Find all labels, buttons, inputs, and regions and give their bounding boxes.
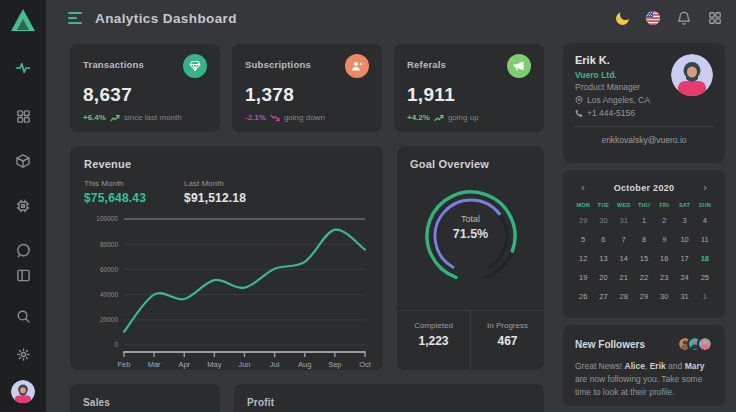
calendar-day[interactable]: 24 [674, 270, 694, 289]
profile-role: Product Manager [575, 82, 650, 92]
calendar-day[interactable]: 22 [634, 270, 654, 289]
gauge-center-label: Total [416, 214, 526, 224]
location-pin-icon [575, 96, 583, 105]
calendar-prev-button[interactable]: ‹ [573, 182, 593, 193]
svg-text:Oct: Oct [359, 360, 372, 369]
sidebar-item-panels[interactable] [8, 263, 38, 288]
divider [573, 126, 715, 127]
revenue-card: Revenue This Month $75,648.43 Last Month… [70, 146, 383, 370]
calendar-day[interactable]: 5 [573, 232, 593, 251]
profile-location: Los Angeles, CA [587, 95, 650, 105]
new-followers-card: New Followers Great News! Alice, Erik an… [563, 325, 725, 406]
calendar-day[interactable]: 28 [614, 289, 634, 308]
calendar-day[interactable]: 3 [674, 213, 694, 232]
follower-avatars [677, 336, 713, 352]
menu-toggle-icon[interactable] [68, 12, 82, 24]
sidebar-item-activity[interactable] [8, 56, 38, 81]
sidebar [0, 0, 46, 412]
calendar-day[interactable]: 6 [593, 232, 613, 251]
revenue-title: Revenue [84, 158, 371, 170]
in-progress-value: 467 [471, 334, 544, 348]
profile-email[interactable]: erikkovalsky@vuero.io [575, 135, 713, 145]
language-selector[interactable] [646, 11, 660, 25]
calendar-day[interactable]: 31 [674, 289, 694, 308]
gem-icon [183, 54, 207, 78]
search-icon [16, 309, 31, 324]
calendar-day-header: WED [614, 202, 634, 213]
calendar-day[interactable]: 19 [573, 270, 593, 289]
sidebar-user-avatar[interactable] [11, 380, 35, 403]
last-month-label: Last Month [184, 179, 246, 188]
calendar-day[interactable]: 20 [593, 270, 613, 289]
calendar-day[interactable]: 8 [634, 232, 654, 251]
stat-delta: +4.2% [407, 113, 430, 122]
megaphone-icon [507, 54, 531, 78]
stat-value: 1,378 [245, 84, 369, 106]
calendar-day[interactable]: 13 [593, 251, 613, 270]
grid-icon [16, 109, 31, 124]
calendar-day[interactable]: 30 [654, 289, 674, 308]
user-plus-icon [345, 54, 369, 78]
calendar-day[interactable]: 7 [614, 232, 634, 251]
calendar-day[interactable]: 25 [695, 270, 715, 289]
calendar-day[interactable]: 29 [573, 213, 593, 232]
calendar-day[interactable]: 21 [614, 270, 634, 289]
phone-icon [575, 109, 583, 117]
calendar-day[interactable]: 4 [695, 213, 715, 232]
sidebar-item-messages[interactable] [8, 238, 38, 263]
calendar-day[interactable]: 12 [573, 251, 593, 270]
this-month-label: This Month [84, 179, 146, 188]
calendar-day[interactable]: 1 [695, 289, 715, 308]
calendar-day[interactable]: 27 [593, 289, 613, 308]
calendar-day-header: THU [634, 202, 654, 213]
calendar-day[interactable]: 11 [695, 232, 715, 251]
goal-title: Goal Overview [397, 158, 544, 170]
logo-triangle-icon [10, 8, 36, 32]
calendar-day[interactable]: 14 [614, 251, 634, 270]
svg-text:Sep: Sep [328, 360, 341, 369]
calendar-card: ‹ October 2020 › MONTUEWEDTHUFRISATSUN29… [563, 170, 725, 318]
stat-card-subscriptions: Subscriptions 1,378 -2.1% going down [232, 44, 382, 132]
calendar-day[interactable]: 16 [654, 251, 674, 270]
svg-text:Aug: Aug [298, 360, 311, 369]
sidebar-item-projects[interactable] [8, 149, 38, 174]
app-logo[interactable] [8, 7, 38, 34]
calendar-day[interactable]: 29 [634, 289, 654, 308]
calendar-day-header: TUE [593, 202, 613, 213]
apps-launcher-button[interactable] [708, 11, 722, 25]
calendar-day[interactable]: 30 [593, 213, 613, 232]
calendar-day[interactable]: 31 [614, 213, 634, 232]
svg-text:100000: 100000 [96, 215, 118, 222]
follower-avatar[interactable] [697, 336, 713, 352]
sidebar-item-dashboards[interactable] [8, 104, 38, 129]
goal-overview-card: Goal Overview Total 71.5% Completed 1,22… [397, 146, 544, 370]
calendar-day[interactable]: 9 [654, 232, 674, 251]
trend-up-icon [110, 114, 120, 122]
last-month-value: $91,512.18 [184, 191, 246, 205]
calendar-day[interactable]: 23 [654, 270, 674, 289]
calendar-day[interactable]: 2 [654, 213, 674, 232]
profile-avatar[interactable] [671, 54, 713, 96]
followers-message: Great News! Alice, Erik and Mary are now… [575, 360, 713, 400]
calendar-day[interactable]: 26 [573, 289, 593, 308]
calendar-day[interactable]: 18 [695, 251, 715, 270]
activity-icon [15, 60, 31, 76]
profile-company[interactable]: Vuero Ltd. [575, 70, 650, 80]
sidebar-item-search[interactable] [8, 304, 38, 329]
calendar-grid: MONTUEWEDTHUFRISATSUN2930311234567891011… [573, 202, 715, 308]
profile-name: Erik K. [575, 54, 650, 66]
sidebar-item-components[interactable] [8, 194, 38, 219]
svg-text:40000: 40000 [100, 291, 118, 298]
apps-icon [708, 11, 722, 25]
calendar-day[interactable]: 15 [634, 251, 654, 270]
us-flag-icon [646, 11, 660, 25]
dark-mode-toggle[interactable] [616, 12, 629, 25]
calendar-day[interactable]: 17 [674, 251, 694, 270]
notifications-button[interactable] [677, 11, 691, 26]
calendar-day[interactable]: 10 [674, 232, 694, 251]
stat-delta: +6.4% [83, 113, 106, 122]
calendar-day[interactable]: 1 [634, 213, 654, 232]
calendar-day-header: FRI [654, 202, 674, 213]
sidebar-item-settings[interactable] [8, 343, 38, 368]
calendar-next-button[interactable]: › [695, 182, 715, 193]
